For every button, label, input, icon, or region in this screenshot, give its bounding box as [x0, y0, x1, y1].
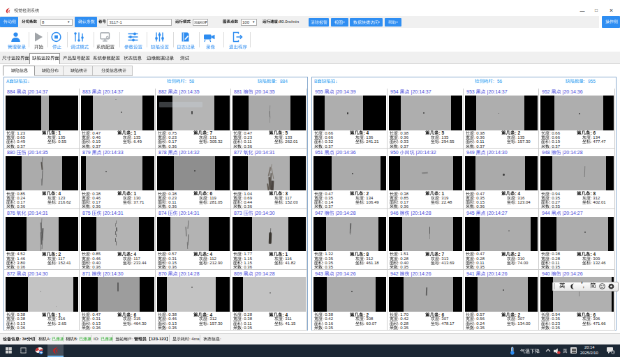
svg-text::: : — [474, 144, 475, 149]
svg-text::: : — [591, 261, 592, 265]
svg-text:881: 881 — [234, 89, 242, 94]
svg-text::: : — [56, 140, 57, 144]
svg-text::: : — [15, 144, 16, 149]
svg-text:872: 872 — [7, 271, 15, 276]
svg-text:305.32: 305.32 — [209, 140, 223, 144]
svg-text:876: 876 — [7, 211, 15, 215]
svg-text:6.49: 6.49 — [133, 140, 142, 144]
svg-text:871: 871 — [82, 271, 91, 276]
svg-text::: : — [131, 321, 133, 326]
svg-text:|20:14:31: |20:14:31 — [179, 211, 199, 216]
svg-text:948: 948 — [542, 150, 550, 155]
svg-text::: : — [220, 337, 221, 341]
svg-text:|20:14:30: |20:14:30 — [255, 211, 275, 216]
svg-text:0.36: 0.36 — [476, 205, 485, 209]
svg-text:0.36: 0.36 — [168, 144, 177, 149]
svg-text:↓: ↓ — [27, 78, 29, 83]
svg-text:461.18: 461.18 — [366, 261, 379, 265]
svg-text:|20:14:36: |20:14:36 — [335, 150, 355, 156]
svg-text:106.49: 106.49 — [366, 200, 379, 204]
svg-text::: : — [166, 205, 168, 209]
svg-text::: : — [56, 321, 57, 326]
svg-text::: : — [189, 337, 191, 341]
svg-text:870: 870 — [158, 271, 167, 276]
svg-text:953: 953 — [466, 89, 475, 94]
svg-text:|20:14:28: |20:14:28 — [179, 271, 199, 277]
svg-text:152.41: 152.41 — [58, 261, 71, 265]
svg-text::: : — [207, 321, 209, 326]
svg-text::: : — [242, 265, 243, 269]
svg-text:878: 878 — [158, 150, 167, 155]
svg-text::: : — [131, 140, 133, 144]
svg-text::: : — [242, 144, 243, 149]
svg-text:0.37: 0.37 — [92, 144, 101, 149]
svg-text:945: 945 — [466, 211, 475, 215]
svg-text:880: 880 — [7, 150, 15, 155]
svg-text::: : — [323, 326, 324, 330]
svg-text:477.47: 477.47 — [593, 140, 607, 144]
svg-text::: : — [474, 265, 475, 269]
svg-text:471.66: 471.66 — [593, 321, 607, 326]
svg-text:0.36: 0.36 — [92, 326, 101, 330]
svg-text:60.07: 60.07 — [366, 321, 377, 326]
svg-text::: : — [364, 321, 365, 326]
svg-text:0.36: 0.36 — [244, 265, 253, 269]
svg-text::: : — [90, 326, 91, 330]
svg-text:0.36: 0.36 — [244, 205, 253, 209]
svg-text:0.35: 0.35 — [476, 265, 485, 269]
svg-text:942: 942 — [390, 271, 399, 276]
svg-text:|20:14:28: |20:14:28 — [563, 150, 583, 156]
svg-text::: : — [549, 265, 551, 269]
svg-text:212.90: 212.90 — [209, 261, 223, 265]
svg-text:132.46: 132.46 — [593, 261, 607, 265]
svg-text::: : — [584, 79, 585, 84]
svg-text:|20:14:37: |20:14:37 — [487, 89, 507, 95]
svg-text:0.37: 0.37 — [325, 205, 333, 209]
svg-text:|20:14:37: |20:14:37 — [27, 89, 47, 95]
svg-text:|20:14:26: |20:14:26 — [411, 271, 431, 277]
svg-text:0.36: 0.36 — [17, 326, 25, 330]
svg-text::: : — [439, 200, 441, 204]
svg-text::: : — [283, 261, 284, 265]
svg-text:74.00: 74.00 — [517, 261, 529, 265]
svg-text:873: 873 — [234, 211, 242, 215]
svg-text:2.65: 2.65 — [58, 321, 66, 326]
svg-text::: : — [15, 205, 16, 209]
svg-text::: : — [90, 144, 91, 149]
svg-text::: : — [185, 79, 186, 84]
svg-text::: : — [398, 326, 399, 330]
svg-text:|20:14:26: |20:14:26 — [335, 271, 355, 277]
svg-text::: : — [20, 337, 21, 341]
svg-text:|20:14:27: |20:14:27 — [563, 211, 583, 216]
svg-text:882: 882 — [158, 89, 167, 94]
svg-text:|20:14:32: |20:14:32 — [179, 150, 199, 156]
svg-text:58: 58 — [189, 79, 195, 84]
svg-text:0.37: 0.37 — [476, 144, 485, 149]
svg-text:123.04: 123.04 — [517, 200, 531, 204]
svg-text::: : — [398, 265, 399, 269]
svg-text::: : — [549, 205, 551, 209]
svg-text::: : — [56, 200, 57, 204]
svg-text:233.44: 233.44 — [133, 261, 147, 265]
svg-text:0.35: 0.35 — [476, 326, 485, 330]
svg-text:157.30: 157.30 — [517, 140, 531, 144]
svg-text:|20:14:35: |20:14:35 — [255, 89, 275, 95]
svg-text:IO:: IO: — [94, 337, 99, 341]
svg-text::: : — [515, 200, 517, 204]
svg-text:875: 875 — [82, 211, 91, 215]
svg-text::: : — [131, 261, 133, 265]
svg-text:262.01: 262.01 — [286, 140, 299, 144]
svg-text::: : — [242, 205, 243, 209]
svg-text::: : — [166, 144, 168, 149]
svg-text:|20:14:35: |20:14:35 — [27, 150, 47, 156]
svg-text:↓: ↓ — [335, 78, 337, 83]
svg-text:0.36: 0.36 — [168, 205, 177, 209]
svg-text:|20:14:35: |20:14:35 — [179, 89, 199, 95]
svg-text::: : — [323, 265, 324, 269]
svg-text:0.35: 0.35 — [244, 326, 253, 330]
svg-text:951: 951 — [315, 150, 323, 155]
svg-text:41.82: 41.82 — [286, 261, 297, 265]
svg-text::: : — [283, 321, 284, 326]
svg-text:|20:14:36: |20:14:36 — [563, 89, 583, 95]
svg-text:|20:14:31: |20:14:31 — [27, 211, 47, 216]
